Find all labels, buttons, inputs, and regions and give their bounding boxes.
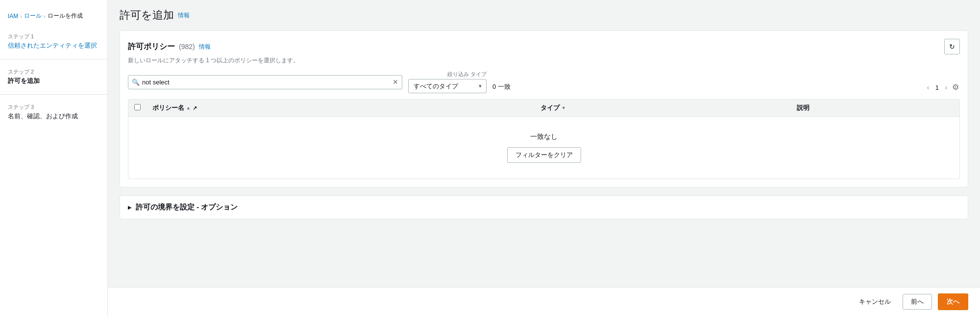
filter-type-label: 絞り込み タイプ — [408, 71, 487, 78]
policy-name-sort[interactable]: ポリシー名 ▲ ↗ — [152, 104, 197, 112]
policy-table: ポリシー名 ▲ ↗ タイプ ▼ — [128, 100, 959, 179]
step-1-label: ステップ 1 — [8, 33, 99, 40]
collapse-arrow-icon: ▶ — [128, 205, 132, 210]
policy-card-title: 許可ポリシー — [128, 42, 175, 52]
search-box: 🔍 ✕ — [128, 75, 402, 89]
boundary-card: ▶ 許可の境界を設定 - オプション — [120, 195, 968, 219]
empty-message: 一致なし — [134, 132, 954, 141]
page-number: 1 — [933, 84, 941, 91]
page-info-link[interactable]: 情報 — [178, 11, 190, 20]
th-checkbox — [128, 100, 147, 117]
boundary-card-header[interactable]: ▶ 許可の境界を設定 - オプション — [120, 196, 968, 219]
clear-filter-button[interactable]: フィルターをクリア — [507, 147, 581, 163]
policy-card-count: (982) — [179, 43, 195, 51]
empty-state-cell: 一致なし フィルターをクリア — [128, 117, 959, 179]
th-description-label: 説明 — [797, 104, 809, 111]
search-icon: 🔍 — [132, 79, 140, 86]
table-header-row: ポリシー名 ▲ ↗ タイプ ▼ — [128, 100, 959, 117]
step-1-title[interactable]: 信頼されたエンティティを選択 — [8, 41, 99, 50]
page-title: 許可を追加 — [120, 8, 174, 23]
main-content: 許可を追加 情報 許可ポリシー (982) 情報 ↻ 新しいロールにアタッチする… — [108, 0, 980, 316]
prev-page-button[interactable]: ‹ — [925, 83, 931, 92]
cancel-button[interactable]: キャンセル — [853, 294, 897, 309]
breadcrumb-current: ロールを作成 — [48, 12, 83, 20]
step-2-label: ステップ 2 — [8, 68, 99, 76]
sort-down-icon: ▼ — [562, 105, 566, 110]
sort-up-icon: ▲ — [186, 105, 191, 110]
clear-search-button[interactable]: ✕ — [392, 79, 399, 85]
filter-row: 🔍 ✕ 絞り込み タイプ すべてのタイプ AWS 管理 カスタマー管理 インライ… — [128, 71, 960, 93]
breadcrumb: IAM › ロール › ロールを作成 — [0, 8, 107, 28]
th-policy-name-label: ポリシー名 — [152, 104, 184, 112]
pagination: ‹ 1 › ⚙ — [925, 82, 960, 93]
type-select-wrap: すべてのタイプ AWS 管理 カスタマー管理 インラインポリシー ▼ — [408, 79, 487, 93]
th-type[interactable]: タイプ ▼ — [535, 100, 790, 117]
policy-table-container: ポリシー名 ▲ ↗ タイプ ▼ — [128, 99, 960, 179]
step-1-section: ステップ 1 信頼されたエンティティを選択 — [0, 28, 107, 55]
footer: キャンセル 前へ 次へ — [108, 287, 980, 316]
table-settings-button[interactable]: ⚙ — [951, 82, 960, 92]
policy-info-link[interactable]: 情報 — [199, 43, 211, 51]
select-all-checkbox[interactable] — [134, 104, 141, 110]
th-type-label: タイプ — [540, 104, 560, 112]
th-policy-name[interactable]: ポリシー名 ▲ ↗ — [147, 100, 534, 117]
breadcrumb-sep-1: › — [20, 13, 22, 19]
step-2-section: ステップ 2 許可を追加 — [0, 63, 107, 90]
step-2-title: 許可を追加 — [8, 77, 99, 85]
step-divider-2 — [0, 94, 107, 95]
breadcrumb-sep-2: › — [44, 13, 46, 19]
policy-card: 許可ポリシー (982) 情報 ↻ 新しいロールにアタッチする 1 つ以上のポリ… — [120, 30, 968, 187]
refresh-button[interactable]: ↻ — [944, 39, 960, 54]
breadcrumb-iam[interactable]: IAM — [8, 13, 18, 20]
step-3-title: 名前、確認、および作成 — [8, 112, 99, 121]
empty-state-row: 一致なし フィルターをクリア — [128, 117, 959, 179]
sidebar: IAM › ロール › ロールを作成 ステップ 1 信頼されたエンティティを選択… — [0, 0, 108, 316]
boundary-card-title: 許可の境界を設定 - オプション — [136, 203, 238, 212]
type-sort[interactable]: タイプ ▼ — [540, 104, 566, 112]
policy-card-header: 許可ポリシー (982) 情報 ↻ — [128, 39, 960, 54]
th-description: 説明 — [791, 100, 959, 117]
step-3-label: ステップ 3 — [8, 104, 99, 111]
filter-type-group: 絞り込み タイプ すべてのタイプ AWS 管理 カスタマー管理 インラインポリシ… — [408, 71, 487, 93]
match-count: 0 一致 — [492, 82, 511, 93]
policy-card-subtitle: 新しいロールにアタッチする 1 つ以上のポリシーを選択します。 — [128, 56, 960, 65]
prev-button[interactable]: 前へ — [903, 294, 932, 310]
refresh-icon: ↻ — [949, 43, 955, 51]
breadcrumb-roles[interactable]: ロール — [24, 12, 42, 20]
policy-card-title-row: 許可ポリシー (982) 情報 — [128, 42, 211, 52]
next-button[interactable]: 次へ — [938, 293, 968, 310]
type-select[interactable]: すべてのタイプ AWS 管理 カスタマー管理 インラインポリシー — [408, 79, 487, 93]
step-divider-1 — [0, 59, 107, 59]
external-link-icon: ↗ — [193, 105, 197, 111]
page-header: 許可を追加 情報 — [120, 8, 968, 23]
search-input[interactable] — [128, 75, 402, 89]
footer-spacer — [120, 227, 968, 253]
next-page-button[interactable]: › — [943, 83, 949, 92]
step-3-section: ステップ 3 名前、確認、および作成 — [0, 99, 107, 126]
